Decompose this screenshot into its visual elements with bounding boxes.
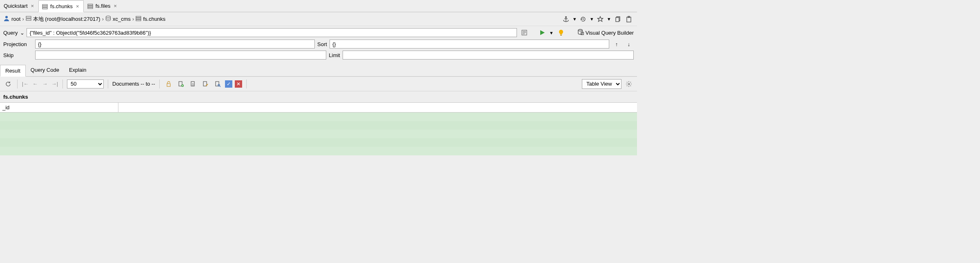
visual-query-builder-button[interactable]: Visual Query Builder	[577, 29, 634, 37]
tab-fs-chunks[interactable]: fs.chunks ×	[38, 0, 84, 12]
svg-rect-3	[88, 4, 93, 5]
skip-label: Skip	[3, 52, 33, 58]
svg-rect-25	[560, 35, 562, 35]
hint-icon[interactable]	[556, 28, 566, 38]
close-icon[interactable]: ×	[30, 3, 35, 9]
sort-input[interactable]	[330, 40, 609, 49]
svg-rect-8	[26, 19, 31, 20]
gear-icon[interactable]	[624, 79, 634, 89]
query-input[interactable]	[27, 28, 517, 37]
view-document-icon[interactable]: {}	[188, 79, 198, 89]
svg-rect-10	[136, 16, 141, 18]
svg-point-6	[5, 16, 8, 18]
tab-explain[interactable]: Explain	[64, 64, 91, 76]
search-document-icon[interactable]	[213, 79, 223, 89]
projection-input[interactable]	[35, 40, 315, 49]
tab-label: Query Code	[31, 67, 59, 73]
breadcrumb-bar: root › 本地 (root@localhost:27017) › xc_cm…	[0, 12, 637, 26]
collection-icon	[87, 3, 93, 9]
svg-rect-1	[42, 6, 47, 7]
anchor-icon[interactable]	[561, 14, 571, 24]
delete-icon[interactable]: ✕	[235, 80, 242, 88]
collection-icon	[136, 15, 141, 22]
svg-marker-16	[598, 16, 603, 21]
svg-rect-11	[136, 18, 141, 19]
last-page-icon[interactable]: →|	[51, 81, 58, 87]
tab-label: Result	[5, 68, 20, 74]
query-label: Query	[3, 30, 18, 36]
breadcrumb-label: root	[11, 16, 20, 22]
tab-label: Explain	[69, 67, 87, 73]
close-icon[interactable]: ×	[75, 3, 80, 9]
breadcrumb-root[interactable]: root	[3, 15, 20, 23]
svg-rect-12	[136, 20, 141, 21]
tab-query-code[interactable]: Query Code	[26, 64, 64, 76]
database-icon	[577, 29, 584, 37]
result-tabs: Result Query Code Explain	[0, 64, 637, 77]
query-options-icon[interactable]	[519, 28, 529, 38]
tab-label: Quickstart	[4, 3, 28, 9]
limit-input[interactable]	[343, 51, 634, 60]
edit-document-icon[interactable]	[200, 79, 210, 89]
sort-desc-icon[interactable]: ↓	[624, 39, 634, 49]
documents-range-label: Documents -- to --	[112, 81, 155, 87]
chevron-down-icon[interactable]: ⌄	[20, 30, 24, 36]
tab-label: fs.files	[96, 3, 111, 9]
sort-label: Sort	[317, 41, 327, 47]
table-row[interactable]	[0, 130, 637, 138]
lock-icon[interactable]	[164, 79, 174, 89]
chevron-down-icon[interactable]: ▾	[572, 16, 577, 22]
page-size-select[interactable]: 50	[67, 80, 104, 88]
prev-page-icon[interactable]: ←	[31, 81, 39, 87]
chevron-down-icon[interactable]: ▾	[550, 30, 554, 36]
star-icon[interactable]	[595, 14, 605, 24]
first-page-icon[interactable]: |←	[22, 81, 29, 87]
table-row[interactable]	[0, 138, 637, 147]
run-button[interactable]	[537, 28, 547, 38]
svg-rect-37	[216, 82, 219, 86]
table-row[interactable]	[0, 121, 637, 130]
skip-input[interactable]	[35, 51, 326, 60]
breadcrumb-connection[interactable]: 本地 (root@localhost:27017)	[26, 15, 100, 23]
next-page-icon[interactable]: →	[41, 81, 49, 87]
results-collection-label: fs.chunks	[0, 91, 637, 103]
breadcrumb-label: fs.chunks	[143, 16, 165, 22]
breadcrumb-collection[interactable]: fs.chunks	[136, 15, 165, 22]
svg-rect-4	[88, 6, 93, 7]
svg-rect-7	[26, 16, 31, 18]
chevron-down-icon[interactable]: ▾	[607, 16, 611, 22]
chevron-down-icon[interactable]: ▾	[590, 16, 594, 22]
column-header-id[interactable]: _id	[0, 103, 118, 112]
tab-quickstart[interactable]: Quickstart ×	[0, 0, 38, 12]
tab-fs-files[interactable]: fs.files ×	[84, 0, 121, 12]
close-icon[interactable]: ×	[113, 3, 118, 9]
copy-icon[interactable]	[612, 14, 622, 24]
chevron-right-icon: ›	[132, 16, 134, 22]
chevron-right-icon: ›	[22, 16, 24, 22]
svg-text:{}: {}	[192, 83, 194, 86]
sort-asc-icon[interactable]: ↑	[612, 39, 621, 49]
editor-tabs: Quickstart × fs.chunks × fs.files ×	[0, 0, 637, 12]
update-icon[interactable]: ✓	[225, 80, 232, 88]
table-row[interactable]	[0, 147, 637, 155]
view-mode-select[interactable]: Table View	[582, 79, 621, 89]
table-body	[0, 113, 637, 155]
column-header-empty[interactable]	[118, 103, 637, 112]
paste-icon[interactable]	[624, 14, 634, 24]
table-row[interactable]	[0, 113, 637, 121]
limit-label: Limit	[329, 52, 340, 58]
breadcrumb-label: xc_cms	[113, 16, 131, 22]
svg-rect-5	[88, 7, 93, 9]
results-toolbar: |← ← → →| 50 Documents -- to -- {} ✓ ✕ T…	[0, 77, 637, 91]
chevron-right-icon: ›	[102, 16, 104, 22]
svg-point-9	[106, 16, 111, 18]
refresh-icon[interactable]	[3, 79, 13, 89]
breadcrumb-database[interactable]: xc_cms	[105, 15, 131, 22]
svg-rect-0	[42, 4, 47, 6]
tab-label: fs.chunks	[50, 3, 73, 9]
svg-rect-17	[616, 18, 619, 22]
add-document-icon[interactable]	[176, 79, 186, 89]
tab-result[interactable]: Result	[0, 65, 26, 77]
history-icon[interactable]	[578, 14, 588, 24]
server-icon	[26, 15, 31, 22]
